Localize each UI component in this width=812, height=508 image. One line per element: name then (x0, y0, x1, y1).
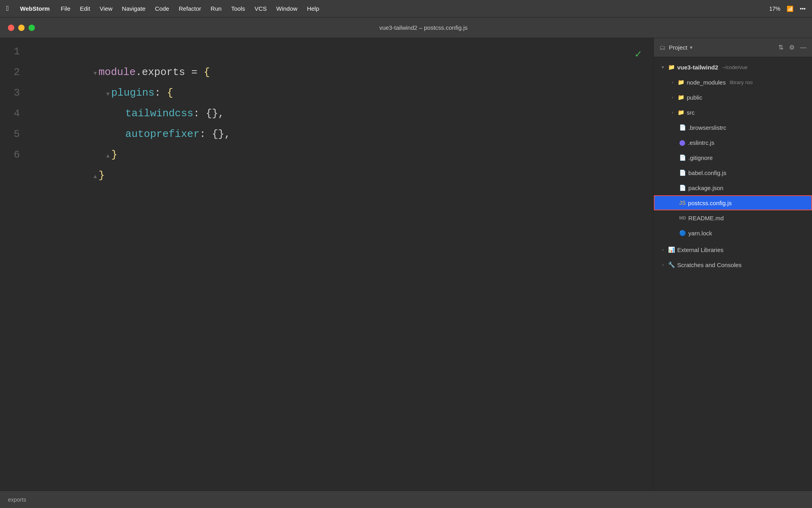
menu-refactor[interactable]: Refactor (179, 5, 201, 12)
status-breadcrumb: exports (8, 496, 26, 503)
file-icon-babel: 📄 (679, 169, 686, 176)
file-icon-readme: MD (679, 216, 686, 220)
tree-item-yarn-lock[interactable]: 🔵 yarn.lock (654, 225, 812, 241)
file-icon-ext-libs: 📊 (668, 246, 675, 253)
tree-label-readme: README.md (688, 215, 724, 221)
close-button[interactable] (8, 25, 14, 31)
panel-sort-icon[interactable]: ⇅ (778, 44, 783, 51)
syntax-check-icon: ✓ (635, 44, 642, 65)
panel-folder-icon: 🗂 (659, 44, 666, 51)
tree-item-package-json[interactable]: 📄 package.json (654, 180, 812, 195)
apple-menu[interactable]:  (6, 4, 9, 13)
window-controls (8, 25, 35, 31)
menu-view[interactable]: View (100, 5, 112, 12)
tree-item-external-libraries[interactable]: › 📊 External Libraries (654, 242, 812, 257)
code-line-1: ▼module.exports = { (32, 41, 653, 62)
minimize-button[interactable] (18, 25, 25, 31)
menu-code[interactable]: Code (155, 5, 169, 12)
menu-help[interactable]: Help (307, 5, 319, 12)
file-icon-yarn-lock: 🔵 (679, 230, 686, 236)
panel-title: Project ▾ (669, 44, 693, 51)
file-icon-browserslistrc: 📄 (679, 124, 686, 131)
line-numbers: 1 2 3 4 5 6 (0, 41, 28, 487)
node-modules-extra: library roo (730, 79, 753, 85)
tree-arrow-public: › (670, 95, 675, 100)
menu-file[interactable]: File (61, 5, 70, 12)
file-icon-gitignore: 📄 (679, 154, 686, 161)
tree-label-src: src (687, 109, 695, 116)
folder-icon-node-modules: 📁 (678, 79, 684, 85)
root-project-name: vue3-tailwind2 (677, 64, 718, 71)
window-title: vue3-tailwind2 – postcss.config.js (43, 24, 804, 31)
tree-item-postcss[interactable]: JS postcss.config.js (654, 195, 812, 210)
file-icon-package-json: 📄 (679, 185, 686, 191)
editor-content: 1 2 3 4 5 6 ▼module.exports = { ▼plugins… (0, 38, 653, 491)
tree-root-item[interactable]: ▾ 📁 vue3-tailwind2 ~/code/vue (654, 60, 812, 75)
tree-label-ext-libs: External Libraries (677, 246, 724, 253)
tree-label-babel: babel.config.js (688, 169, 726, 176)
tree-item-eslintrc[interactable]: ⬤ .eslintrc.js (654, 135, 812, 150)
panel-settings-icon[interactable]: ⚙ (789, 44, 795, 51)
tree-item-src[interactable]: › 📁 src (654, 105, 812, 120)
title-bar: vue3-tailwind2 – postcss.config.js (0, 17, 812, 38)
tree-label-public: public (687, 94, 702, 101)
menu-run[interactable]: Run (211, 5, 222, 12)
tree-item-public[interactable]: › 📁 public (654, 90, 812, 105)
folder-icon-src: 📁 (678, 109, 684, 115)
tree-label-yarn-lock: yarn.lock (688, 230, 712, 237)
tree-arrow-scratches: › (660, 262, 666, 267)
wifi-icon: 📶 (787, 6, 793, 12)
editor-area[interactable]: 1 2 3 4 5 6 ▼module.exports = { ▼plugins… (0, 38, 653, 491)
panel-header: 🗂 Project ▾ ⇅ ⚙ — (654, 38, 812, 57)
tree-item-gitignore[interactable]: 📄 .gitignore (654, 150, 812, 165)
menu-items: File Edit View Navigate Code Refactor Ru… (61, 5, 319, 12)
tree-expand-arrow: ▾ (660, 65, 666, 70)
tree-label-eslintrc: .eslintrc.js (688, 139, 714, 146)
panel-close-icon[interactable]: — (800, 44, 806, 51)
tree-item-scratches[interactable]: › 🔧 Scratches and Consoles (654, 257, 812, 272)
tree-item-node-modules[interactable]: › 📁 node_modules library roo (654, 75, 812, 90)
menu-navigate[interactable]: Navigate (122, 5, 146, 12)
file-icon-postcss: JS (679, 200, 686, 206)
panel-dropdown-arrow[interactable]: ▾ (690, 44, 693, 50)
project-panel: 🗂 Project ▾ ⇅ ⚙ — ▾ 📁 vue3-tailwind2 ~/c… (653, 38, 812, 491)
tree-arrow-src: › (670, 110, 675, 115)
tree-label-browserslistrc: .browserslistrc (688, 124, 726, 131)
tree-arrow-ext-libs: › (660, 247, 666, 252)
tree-label-scratches: Scratches and Consoles (677, 262, 742, 268)
menu-window[interactable]: Window (276, 5, 297, 12)
menu-edit[interactable]: Edit (80, 5, 90, 12)
menu-bar-right: 17% 📶 ••• (769, 6, 806, 12)
tree-item-babel[interactable]: 📄 babel.config.js (654, 165, 812, 180)
tree-label-postcss: postcss.config.js (688, 200, 732, 206)
system-tray: ••• (800, 6, 806, 12)
status-bar: exports (0, 491, 812, 508)
code-line-6: ▲} (32, 144, 653, 165)
menu-bar:  WebStorm File Edit View Navigate Code … (0, 0, 812, 17)
battery-indicator: 17% (769, 6, 780, 12)
project-tree[interactable]: ▾ 📁 vue3-tailwind2 ~/code/vue › 📁 node_m… (654, 57, 812, 491)
menu-tools[interactable]: Tools (231, 5, 245, 12)
tree-arrow-node-modules: › (670, 80, 675, 85)
tree-label-gitignore: .gitignore (688, 154, 713, 161)
folder-open-icon: 📁 (668, 64, 675, 70)
app-name[interactable]: WebStorm (20, 5, 50, 12)
root-project-path: ~/code/vue (722, 64, 747, 70)
maximize-button[interactable] (29, 25, 35, 31)
menu-vcs[interactable]: VCS (255, 5, 267, 12)
main-layout: 1 2 3 4 5 6 ▼module.exports = { ▼plugins… (0, 38, 812, 491)
panel-toolbar: ⇅ ⚙ — (778, 44, 806, 51)
tree-label-node-modules: node_modules (687, 79, 726, 86)
code-lines[interactable]: ▼module.exports = { ▼plugins: { tailwind… (28, 41, 653, 487)
tree-label-package-json: package.json (688, 185, 723, 191)
tree-item-readme[interactable]: MD README.md (654, 210, 812, 225)
folder-icon-public: 📁 (678, 94, 684, 100)
file-icon-eslintrc: ⬤ (679, 139, 686, 146)
tree-item-browserslistrc[interactable]: 📄 .browserslistrc (654, 120, 812, 135)
file-icon-scratches: 🔧 (668, 262, 675, 268)
